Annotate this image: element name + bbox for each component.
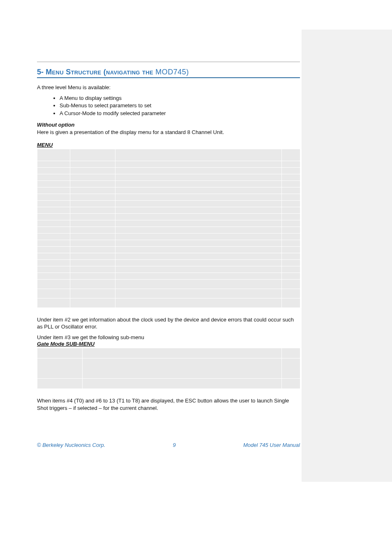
menu-cell [70, 180, 115, 187]
menu-row [37, 174, 300, 180]
menu-row [37, 161, 300, 167]
menu-cell [282, 233, 300, 240]
menu-cell [282, 246, 300, 253]
menu-cell [37, 240, 70, 246]
menu-cell [37, 227, 70, 233]
section-title-main: Menu Structure (navigating the [44, 68, 155, 76]
menu-cell [115, 174, 282, 180]
menu-cell [37, 194, 70, 200]
items4-paragraph: When items #4 (T0) and #6 to 13 (T1 to T… [37, 397, 300, 412]
menu-row [37, 180, 300, 187]
gate-header-cell [83, 348, 282, 358]
menu-cell [115, 240, 282, 246]
gate-cell [37, 358, 83, 379]
menu-cell [70, 233, 115, 240]
menu-cell [37, 279, 70, 289]
menu-cell [37, 207, 70, 213]
menu-cell [115, 194, 282, 200]
menu-cell [37, 180, 70, 187]
menu-cell [70, 207, 115, 213]
menu-cell [115, 213, 282, 220]
menu-cell [70, 273, 115, 279]
menu-cell [115, 289, 282, 298]
menu-cell [282, 161, 300, 167]
menu-row [37, 259, 300, 266]
gate-row [37, 379, 300, 389]
menu-row [37, 207, 300, 213]
menu-cell [282, 180, 300, 187]
menu-cell [282, 167, 300, 174]
footer-page: 9 [173, 442, 176, 448]
menu-row [37, 298, 300, 308]
page-footer: © Berkeley Nucleonics Corp. 9 Model 745 … [37, 442, 300, 448]
menu-row [37, 213, 300, 220]
menu-row [37, 273, 300, 279]
menu-cell [115, 266, 282, 273]
bullet-1: A Menu to display settings [60, 95, 300, 102]
menu-cell [282, 279, 300, 289]
gate-cell [83, 379, 282, 389]
gate-row [37, 358, 300, 379]
menu-cell [115, 180, 282, 187]
menu-row [37, 200, 300, 207]
section-divider [37, 62, 300, 62]
menu-cell [115, 167, 282, 174]
section-title-tail: MOD745) [155, 68, 189, 76]
menu-cell [282, 213, 300, 220]
gate-cell [282, 358, 300, 379]
right-margin-shade [302, 30, 392, 482]
menu-cell [282, 187, 300, 194]
menu-cell [70, 259, 115, 266]
menu-label: MENU [37, 142, 300, 148]
menu-cell [282, 289, 300, 298]
menu-cell [115, 259, 282, 266]
menu-cell [115, 187, 282, 194]
menu-cell [282, 298, 300, 308]
footer-right: Model 745 User Manual [243, 442, 300, 448]
menu-cell [115, 246, 282, 253]
gate-cell [83, 358, 282, 379]
menu-cell [37, 174, 70, 180]
menu-cell [115, 227, 282, 233]
menu-cell [282, 273, 300, 279]
menu-row [37, 289, 300, 298]
menu-cell [115, 233, 282, 240]
menu-cell [70, 253, 115, 259]
menu-row [37, 233, 300, 240]
gate-cell [282, 379, 300, 389]
menu-cell [70, 266, 115, 273]
menu-header-cell [115, 149, 282, 161]
menu-row [37, 253, 300, 259]
menu-cell [282, 227, 300, 233]
menu-cell [70, 298, 115, 308]
without-option-text: Here is given a presentation of the disp… [37, 129, 300, 136]
menu-header-cell [70, 149, 115, 161]
menu-cell [37, 253, 70, 259]
menu-cell [115, 273, 282, 279]
menu-cell [37, 167, 70, 174]
menu-cell [282, 220, 300, 227]
menu-cell [70, 200, 115, 207]
content-area: 5- Menu Structure (navigating the MOD745… [37, 62, 300, 415]
menu-cell [37, 200, 70, 207]
menu-cell [70, 194, 115, 200]
menu-cell [282, 259, 300, 266]
menu-cell [37, 298, 70, 308]
menu-cell [37, 259, 70, 266]
menu-cell [37, 273, 70, 279]
menu-cell [282, 266, 300, 273]
menu-cell [70, 240, 115, 246]
menu-cell [70, 289, 115, 298]
menu-row [37, 220, 300, 227]
menu-row [37, 194, 300, 200]
menu-cell [70, 246, 115, 253]
menu-cell [282, 174, 300, 180]
menu-cell [37, 266, 70, 273]
menu-cell [37, 220, 70, 227]
gate-header-cell [37, 348, 83, 358]
gate-header-cell [282, 348, 300, 358]
menu-cell [37, 289, 70, 298]
menu-cell [115, 200, 282, 207]
menu-row [37, 227, 300, 233]
gate-header-row [37, 348, 300, 358]
